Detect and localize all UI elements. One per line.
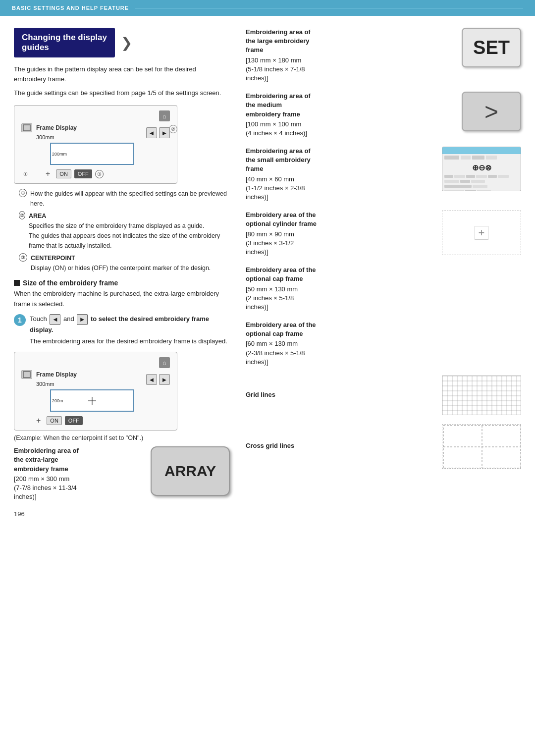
left-column: Changing the display guides ❯ The guides… xyxy=(14,28,242,518)
desc2: The guide settings can be specified from… xyxy=(14,88,230,98)
emb-area-cylinder: Embroidery area of theoptional cylinder … xyxy=(246,211,521,257)
area-left-arrow-2[interactable]: ◄ xyxy=(146,374,157,385)
section-title-line1: Changing the display xyxy=(22,33,107,42)
emb-area-text-xl: Embroidering area ofthe extra-largeembro… xyxy=(14,446,143,501)
bullet-icon xyxy=(14,280,20,286)
frame-display-label-2: Frame Display xyxy=(36,371,77,378)
emb-text-medium: Embroidering area ofthe mediumembroidery… xyxy=(246,92,454,138)
mm200-label: 200mm xyxy=(52,152,67,157)
frame-display-box-1: ⌂ Frame Display ② 300mm 200mm ① xyxy=(14,105,177,184)
step-1-text: Touch ◄ and ► to select the desired embr… xyxy=(30,314,230,335)
step-right-arrow-btn[interactable]: ► xyxy=(77,314,88,325)
size-subhead-text: Size of the embroidery frame xyxy=(23,279,118,287)
plus-sign-2: + xyxy=(36,416,41,425)
frame-display-label: Frame Display xyxy=(36,124,77,131)
emb-text-cap-50: Embroidery area of theoptional cap frame… xyxy=(246,266,521,312)
svg-rect-1 xyxy=(23,372,30,378)
set-label: SET xyxy=(473,37,510,58)
annotation-num-1: ① xyxy=(23,171,28,177)
grid-lines-img xyxy=(442,376,521,415)
emb-area-small: Embroidering area ofthe small embroidery… xyxy=(246,147,521,202)
emb-text-cross-grid: Cross grid lines xyxy=(246,441,434,451)
off-button-2[interactable]: OFF xyxy=(65,416,83,425)
size-subhead: Size of the embroidery frame xyxy=(14,279,230,287)
top-bar: BASIC SETTINGS AND HELP FEATURE xyxy=(0,0,535,16)
chevron-button: > xyxy=(462,92,521,131)
home-icon-2: ⌂ xyxy=(159,357,170,368)
emb-area-medium: Embroidering area ofthe mediumembroidery… xyxy=(246,92,521,138)
mm200-label-2: 200m xyxy=(52,398,63,403)
cylinder-plus-icon: + xyxy=(475,226,488,240)
area-right-arrow-2[interactable]: ► xyxy=(159,374,170,385)
emb-text-large: Embroidering area ofthe large embroidery… xyxy=(246,28,454,83)
section-title-box: Changing the display guides xyxy=(14,28,115,57)
top-bar-text: BASIC SETTINGS AND HELP FEATURE xyxy=(12,5,129,11)
emb-text-small: Embroidering area ofthe small embroidery… xyxy=(246,147,434,202)
page-number: 196 xyxy=(14,510,230,518)
array-button: ARRAY xyxy=(151,446,230,496)
emb-area-cap-60: Embroidery area of theoptional cap frame… xyxy=(246,321,521,367)
emb-text-cap-60: Embroidery area of theoptional cap frame… xyxy=(246,321,521,367)
on-button-2[interactable]: ON xyxy=(47,416,62,425)
emb-area-cap-50: Embroidery area of theoptional cap frame… xyxy=(246,266,521,312)
step-1-circle: 1 xyxy=(14,314,26,326)
chevron-label: > xyxy=(484,98,498,125)
on-button[interactable]: ON xyxy=(56,169,71,178)
area-right-arrow[interactable]: ► xyxy=(159,127,170,138)
frame-area-2: 200m xyxy=(50,389,134,412)
annotation-num-2: ② xyxy=(169,125,177,133)
home-icon: ⌂ xyxy=(159,110,170,121)
frame-area: 200mm xyxy=(50,143,134,165)
step-1-row: 1 Touch ◄ and ► to select the desired em… xyxy=(14,314,230,335)
example-note: (Example: When the centerpoint if set to… xyxy=(14,434,230,441)
annotations: ① How the guides will appear with the sp… xyxy=(19,189,230,273)
annotation-3: ③ CENTERPOINT Display (ON) or hides (OFF… xyxy=(19,253,230,273)
annotation-2: ② AREA Specifies the size of the embroid… xyxy=(19,211,230,251)
frame-display-box-2: ⌂ Frame Display 300mm 200m xyxy=(14,352,177,431)
small-frame-screen: ⊕⊖⊗ xyxy=(442,147,521,191)
desc1: The guides in the pattern display area c… xyxy=(14,64,230,84)
section-title-row: Changing the display guides ❯ xyxy=(14,28,230,57)
off-button[interactable]: OFF xyxy=(74,169,92,178)
emb-area-extra-large: Embroidering area ofthe extra-largeembro… xyxy=(14,446,230,501)
set-button: SET xyxy=(462,28,521,67)
frame-icon-2 xyxy=(21,370,32,379)
emb-area-grid: Grid lines xyxy=(246,376,521,415)
step1-desc: The embroidering area for the desired em… xyxy=(30,337,230,345)
frame-icon xyxy=(21,123,32,132)
svg-rect-0 xyxy=(23,125,30,131)
emb-area-cross-grid: Cross grid lines xyxy=(246,424,521,469)
section-arrow-icon: ❯ xyxy=(121,35,132,51)
right-column: Embroidering area ofthe large embroidery… xyxy=(242,28,521,518)
step-left-arrow-btn[interactable]: ◄ xyxy=(50,314,60,325)
area-left-arrow[interactable]: ◄ xyxy=(146,127,157,138)
emb-text-grid: Grid lines xyxy=(246,390,434,400)
cross-grid-img xyxy=(442,424,521,469)
size-desc: When the embroidery machine is purchased… xyxy=(14,289,230,309)
annotation-num-3: ③ xyxy=(95,170,104,178)
section-title-line2: guides xyxy=(22,43,49,52)
annotation-1: ① How the guides will appear with the sp… xyxy=(19,189,230,209)
plus-sign: + xyxy=(46,169,50,178)
emb-text-cylinder: Embroidery area of theoptional cylinder … xyxy=(246,211,434,257)
array-label: ARRAY xyxy=(164,463,216,480)
cylinder-frame-img: + xyxy=(442,211,521,255)
top-bar-line xyxy=(135,8,523,8)
emb-area-large: Embroidering area ofthe large embroidery… xyxy=(246,28,521,83)
